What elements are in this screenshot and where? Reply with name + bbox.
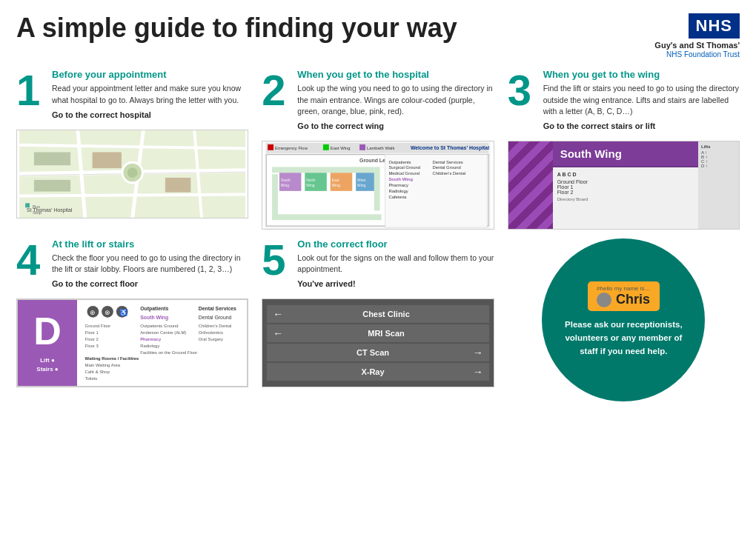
lift-panel: D Lift ●Stairs ● ⊕ ⊗ ♿ O (17, 299, 248, 387)
steps-row-1: 1 Before your appointment Read your appo… (16, 69, 740, 237)
svg-text:Outpatients Ground: Outpatients Ground (140, 324, 178, 329)
step-1-col: 1 Before your appointment Read your appo… (16, 69, 248, 237)
step-2-cta: Go to the correct wing (297, 121, 494, 130)
signs-panel: ← Chest Clinic ← MRI Scan CT Scan → X-Ra… (262, 299, 493, 387)
step-5-col: 5 On the correct floor Look out for the … (262, 238, 494, 401)
step-4-title: At the lift or stairs (52, 238, 248, 250)
step-4-content: At the lift or stairs Check the floor yo… (52, 238, 248, 294)
step-5-header: 5 On the correct floor Look out for the … (262, 238, 494, 294)
step-4-col: 4 At the lift or stairs Check the floor … (16, 238, 248, 401)
nhs-badge: NHS (689, 13, 740, 39)
help-col: #hello my name is… Chris Please ask our … (508, 238, 740, 401)
svg-text:Wing: Wing (307, 184, 315, 187)
svg-text:Medical Ground: Medical Ground (389, 171, 420, 176)
svg-text:East Wing: East Wing (331, 146, 351, 150)
step-5-content: On the correct floor Look out for the si… (297, 238, 494, 294)
svg-text:Radiology: Radiology (140, 344, 159, 348)
step-1-image: St Thomas' Hospital Bus Stop (16, 130, 248, 218)
svg-text:Wing: Wing (357, 184, 365, 187)
mri-scan-label: MRI Scan (289, 329, 483, 338)
arrow-left-icon-2: ← (273, 327, 283, 339)
step-3-image: South Wing A B C D Ground Floor Floor 1 … (508, 141, 740, 230)
step-4-cta: Go to the correct floor (52, 279, 248, 288)
step-2-header: 2 When you get to the hospital Look up t… (262, 69, 494, 136)
svg-text:Dental Ground: Dental Ground (199, 315, 232, 320)
sign-chest-clinic: ← Chest Clinic (267, 305, 488, 323)
step-2-number: 2 (262, 69, 290, 112)
step-1-title: Before your appointment (52, 69, 248, 80)
arrow-right-icon-2: → (473, 366, 483, 378)
svg-text:East: East (332, 178, 339, 182)
lift-labels: Lift ●Stairs ● (36, 356, 58, 376)
step-4-image: D Lift ●Stairs ● ⊕ ⊗ ♿ O (16, 298, 248, 387)
step-3-content: When you get to the wing Find the lift o… (543, 69, 740, 136)
step-5-cta: You've arrived! (297, 279, 494, 288)
svg-rect-30 (272, 174, 278, 218)
svg-text:Dental Services: Dental Services (433, 159, 463, 164)
svg-text:Ground Floor: Ground Floor (85, 324, 111, 329)
svg-text:Lambeth Walk: Lambeth Walk (367, 146, 394, 150)
step-5-image: ← Chest Clinic ← MRI Scan CT Scan → X-Ra… (262, 298, 494, 387)
arrow-right-icon: → (473, 347, 483, 358)
hello-badge: #hello my name is… Chris (588, 281, 659, 311)
step-5-desc: Look out for the signs on the wall and f… (297, 253, 494, 275)
sign-xray: X-Ray → (267, 363, 488, 381)
xray-label: X-Ray (273, 367, 472, 376)
step-2-desc: Look up the wing you need to go to using… (297, 83, 494, 117)
svg-text:West: West (357, 178, 366, 182)
sign-ct-scan: CT Scan → (267, 344, 488, 361)
step-1-content: Before your appointment Read your appoin… (52, 69, 248, 124)
svg-text:South Wing: South Wing (389, 177, 414, 181)
svg-text:Surgical Ground: Surgical Ground (389, 165, 421, 170)
svg-text:Stop: Stop (33, 210, 42, 215)
svg-text:Oral Surgery: Oral Surgery (199, 337, 223, 341)
svg-text:Outpatients: Outpatients (389, 159, 411, 164)
svg-text:Outpatients: Outpatients (140, 306, 168, 312)
page-title: A simple guide to finding your way (16, 13, 457, 43)
step-1-cta: Go to the correct hospital (52, 110, 248, 119)
svg-text:Facilities on the Ground Floor: Facilities on the Ground Floor (140, 350, 197, 355)
step-5-number: 5 (262, 238, 290, 281)
svg-rect-29 (272, 167, 374, 173)
step-3-col: 3 When you get to the wing Find the lift… (508, 69, 740, 237)
svg-text:♿: ♿ (119, 308, 128, 317)
help-circle: #hello my name is… Chris Please ask our … (542, 238, 705, 401)
step-3-desc: Find the lift or stairs you need to go t… (543, 83, 740, 117)
step-1-header: 1 Before your appointment Read your appo… (16, 69, 248, 124)
svg-text:South Wing: South Wing (140, 315, 168, 321)
svg-text:Floor 3: Floor 3 (85, 344, 99, 348)
lift-letter: D (33, 312, 62, 350)
svg-text:Children's Dental: Children's Dental (433, 171, 466, 176)
svg-point-9 (127, 167, 138, 178)
svg-text:Floor 1: Floor 1 (85, 331, 99, 336)
step-3-title: When you get to the wing (543, 69, 740, 80)
steps-row-2: 4 At the lift or stairs Check the floor … (16, 238, 740, 401)
svg-rect-13 (34, 180, 70, 192)
arrow-left-icon: ← (273, 308, 283, 320)
step-2-title: When you get to the hospital (297, 69, 494, 80)
step-4-desc: Check the floor you need to go to using … (52, 253, 248, 275)
svg-text:Café & Shop: Café & Shop (85, 370, 110, 375)
nhs-logo: NHS Guy's and St Thomas' NHS Foundation … (654, 13, 740, 59)
svg-text:North: North (307, 178, 316, 182)
svg-text:Bus: Bus (33, 204, 40, 209)
svg-text:Orthodontics: Orthodontics (199, 331, 223, 336)
svg-text:Pharmacy: Pharmacy (140, 337, 162, 341)
svg-rect-15 (25, 203, 30, 207)
step-1-desc: Read your appointment letter and make su… (52, 83, 248, 105)
svg-text:Wing: Wing (281, 184, 289, 187)
svg-text:Waiting Rooms / Facilities: Waiting Rooms / Facilities (85, 356, 139, 361)
chest-clinic-label: Chest Clinic (289, 310, 483, 318)
help-text: Please ask our receptionists, volunteers… (557, 318, 690, 358)
svg-rect-20 (268, 144, 274, 150)
svg-line-7 (19, 194, 245, 196)
page-header: A simple guide to finding your way NHS G… (16, 13, 740, 59)
step-3-cta: Go to the correct stairs or lift (543, 121, 740, 130)
svg-text:⊗: ⊗ (105, 309, 110, 316)
hello-prefix: #hello my name is… (597, 285, 650, 292)
svg-text:Wing: Wing (332, 184, 340, 187)
step-2-image: Emergency Flow East Wing Lambeth Walk We… (262, 141, 494, 230)
svg-rect-31 (374, 167, 380, 210)
svg-rect-32 (272, 214, 382, 220)
svg-text:Anderson Centre (ALM): Anderson Centre (ALM) (140, 331, 186, 336)
